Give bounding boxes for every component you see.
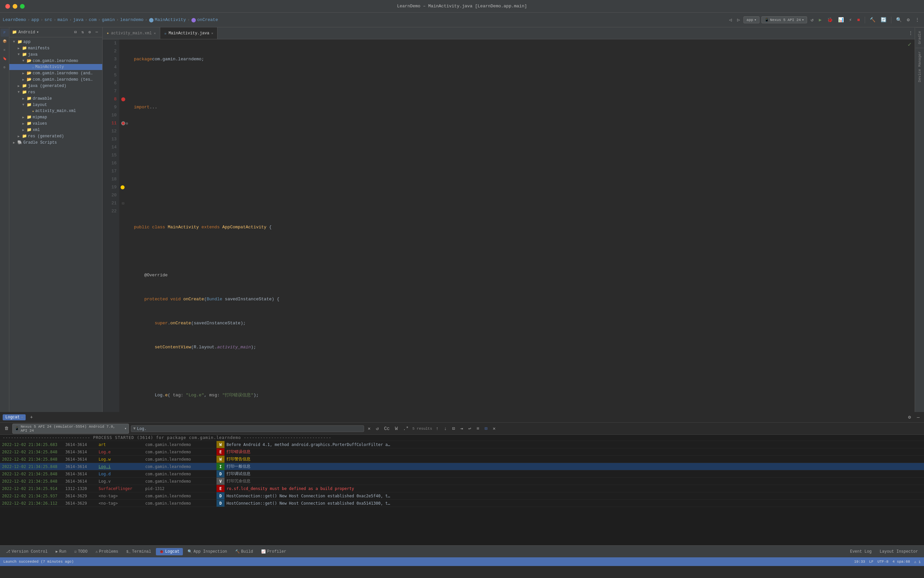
collapse-all-icon[interactable]: ⊟ — [73, 29, 78, 36]
minimize-panel-icon[interactable]: — — [915, 414, 921, 421]
tab-app-inspection[interactable]: 🔍 App Inspection — [184, 548, 230, 555]
code-area[interactable]: 1 2 3 4 5 6 7 8 9 10 11 12 13 14 15 16 1… — [103, 39, 915, 412]
tab-problems[interactable]: ⚠ Problems — [92, 548, 121, 555]
word-match-icon[interactable]: W — [393, 425, 400, 432]
bc-learndemo2[interactable]: learndemo — [120, 17, 144, 22]
close-btn[interactable] — [5, 4, 10, 9]
project-icon[interactable]: P — [1, 29, 9, 37]
bc-app[interactable]: app — [31, 17, 39, 22]
forward-icon[interactable]: ▷ — [735, 16, 741, 24]
clear-logcat-icon[interactable]: 🗑 — [3, 425, 10, 432]
bc-main[interactable]: main — [57, 17, 68, 22]
tree-xml-folder[interactable]: ▶ 📁 xml — [9, 127, 102, 133]
case-sensitive-icon[interactable]: Cc — [382, 425, 392, 432]
logcat-content[interactable]: -------------------------------- PROCESS… — [0, 435, 924, 546]
back-icon[interactable]: ◁ — [727, 16, 733, 24]
bc-gamin[interactable]: gamin — [102, 17, 115, 22]
tree-res-gen[interactable]: ▶ 📁 res (generated) — [9, 133, 102, 139]
clear-search-icon[interactable]: ✕ — [366, 425, 372, 432]
wrap-icon[interactable]: ↩ — [467, 425, 473, 432]
logcat-search-box[interactable]: ▼ — [131, 425, 364, 432]
build-icon[interactable]: 🔨 — [868, 16, 877, 24]
close-logcat-icon[interactable]: ✕ — [21, 415, 23, 419]
code-content[interactable]: package com.gamin.learndemo; import ... … — [130, 39, 915, 412]
log-row-4[interactable]: 2022-12-02 21:34:25.848 3614-3614 Log.i … — [0, 463, 924, 470]
tree-manifests[interactable]: ▶ 📁 manifests — [9, 45, 102, 51]
bc-java[interactable]: java — [73, 17, 84, 22]
tab-todo[interactable]: ☑ TODO — [71, 548, 91, 555]
tab-logcat[interactable]: 🐞 Logcat — [156, 548, 183, 555]
tab-build[interactable]: 🔨 Build — [232, 548, 256, 555]
debug-icon[interactable]: 🐞 — [825, 16, 834, 24]
profile-icon[interactable]: 📊 — [837, 16, 845, 24]
tab-event-log[interactable]: Event Log — [847, 548, 875, 555]
structure-icon[interactable]: ≡ — [1, 46, 9, 54]
settings-logcat-icon[interactable]: ⚙ — [906, 413, 912, 421]
tree-layout[interactable]: ▼ 📁 layout — [9, 102, 102, 108]
apply-changes-icon[interactable]: ⚡ — [847, 16, 853, 24]
more-tree-icon[interactable]: ⋯ — [94, 29, 100, 36]
bookmarks-icon[interactable]: 🔖 — [1, 55, 9, 63]
log-row-7[interactable]: 2022-12-02 21:34:25.914 1312-1320 Surfac… — [0, 485, 924, 492]
filter-logcat-icon[interactable]: ⊟ — [483, 425, 489, 432]
bc-oncreate[interactable]: ⬤ onCreate — [191, 17, 218, 23]
tab-mainactivity-java[interactable]: ☕ MainActivity.java ✕ — [160, 28, 218, 39]
run-config-btn[interactable]: app ▾ — [743, 16, 759, 23]
device-manager-sidebar-tab[interactable]: Device Manager — [916, 48, 924, 85]
tree-mipmap[interactable]: ▶ 📁 mipmap — [9, 114, 102, 120]
sync-icon[interactable]: ↺ — [809, 16, 815, 24]
search-everywhere-icon[interactable]: 🔍 — [894, 16, 903, 24]
log-row-2[interactable]: 2022-12-02 21:34:25.848 3614-3614 Log.e … — [0, 448, 924, 456]
gradle-sync-icon[interactable]: 🔄 — [879, 16, 888, 24]
more-icon[interactable]: ⋮ — [913, 16, 921, 24]
bc-mainactivity[interactable]: ⬤ MainActivity — [149, 17, 186, 23]
logcat-tab[interactable]: Logcat ✕ — [3, 414, 26, 421]
resource-manager-icon[interactable]: 📦 — [1, 37, 9, 45]
tree-res[interactable]: ▼ 📁 res — [9, 89, 102, 95]
tab-terminal[interactable]: $_ Terminal — [123, 548, 155, 555]
tree-gradle[interactable]: ▶ 🐘 Gradle Scripts — [9, 139, 102, 146]
tree-app[interactable]: ▼ 📁 app — [9, 39, 102, 45]
log-row-5[interactable]: 2022-12-02 21:34:25.848 3614-3614 Log.d … — [0, 470, 924, 478]
bc-com[interactable]: com — [89, 17, 97, 22]
tab-layout-inspector[interactable]: Layout Inspector — [876, 548, 921, 555]
tab-activity-xml[interactable]: ✦ activity_main.xml ✕ — [103, 28, 160, 39]
expand-result-icon[interactable]: ⊡ — [450, 425, 456, 432]
project-type-dropdown[interactable]: 📁 Android ▾ — [12, 30, 39, 35]
minimize-btn[interactable] — [13, 4, 17, 9]
prev-result-icon[interactable]: ↑ — [434, 425, 440, 432]
tab-profiler[interactable]: 📈 Profiler — [258, 548, 290, 555]
device-btn[interactable]: 📱 Nexus 5 API 24 ▾ — [761, 16, 807, 23]
close-tab-icon[interactable]: ✕ — [154, 31, 156, 35]
tab-run[interactable]: ▶ Run — [52, 548, 70, 555]
bc-learndemo[interactable]: LearnDemo — [3, 17, 26, 22]
stop-icon[interactable]: ■ — [855, 16, 861, 24]
close-logcat-search-icon[interactable]: ✕ — [491, 425, 497, 432]
tree-java-gen[interactable]: ▶ 📁 java (generated) — [9, 83, 102, 89]
add-tab-icon[interactable]: + — [28, 414, 34, 421]
undo-search-icon[interactable]: ↺ — [374, 425, 380, 432]
tree-pkg-and[interactable]: ▶ 📂 com.gamin.learndemo (and… — [9, 70, 102, 76]
indent-icon[interactable]: ⇥ — [459, 425, 464, 432]
settings-icon[interactable]: ⚙ — [905, 16, 911, 24]
build-variants-icon[interactable]: ⚙ — [1, 63, 9, 71]
device-filter-dropdown[interactable]: 📱 Nexus 5 API 24 (emulator-5554) Android… — [12, 424, 129, 434]
close-tab-icon[interactable]: ✕ — [211, 31, 213, 35]
tree-mainactivity[interactable]: ▶ ☕ MainActivity — [9, 64, 102, 70]
gradle-sidebar-tab[interactable]: Gradle — [916, 28, 924, 48]
log-row-3[interactable]: 2022-12-02 21:34:25.848 3614-3614 Log.w … — [0, 456, 924, 463]
log-row-8[interactable]: 2022-12-02 21:34:25.937 3614-3629 <no-ta… — [0, 492, 924, 500]
next-result-icon[interactable]: ↓ — [442, 425, 448, 432]
log-row-6[interactable]: 2022-12-02 21:34:25.848 3614-3614 Log.v … — [0, 478, 924, 485]
tree-pkg-tes[interactable]: ▶ 📂 com.gamin.learndemo (tes… — [9, 76, 102, 83]
log-row-9[interactable]: 2022-12-02 21:34:26.112 3614-3629 <no-ta… — [0, 500, 924, 507]
sort-icon[interactable]: ⇅ — [79, 29, 85, 36]
tree-java[interactable]: ▼ 📁 java — [9, 51, 102, 58]
gear-icon[interactable]: ⚙ — [87, 29, 92, 36]
regex-icon[interactable]: .* — [401, 425, 410, 432]
tree-drawable[interactable]: ▶ 📁 drawable — [9, 95, 102, 102]
more-tabs-icon[interactable]: ⋮ — [907, 29, 915, 37]
log-row-1[interactable]: 2022-12-02 21:34:25.683 3614-3614 art co… — [0, 441, 924, 448]
maximize-btn[interactable] — [20, 4, 25, 9]
tree-values[interactable]: ▶ 📁 values — [9, 120, 102, 127]
